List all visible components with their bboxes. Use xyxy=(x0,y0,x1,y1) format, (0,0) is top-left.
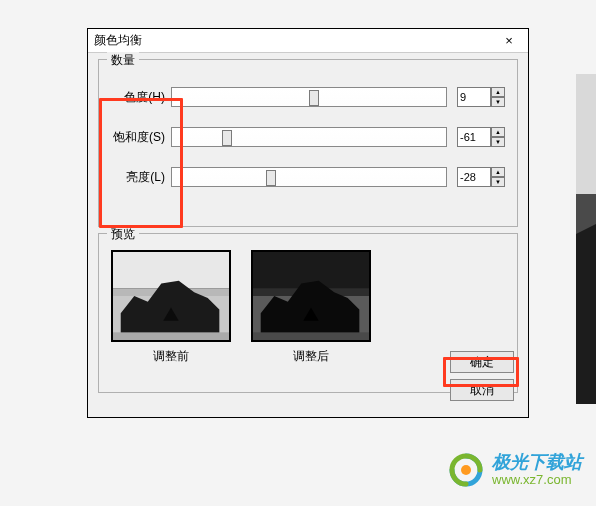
saturation-slider-thumb[interactable] xyxy=(222,130,232,146)
svg-rect-7 xyxy=(253,332,369,340)
row-hue: 色度(H) ▲ ▼ xyxy=(107,80,509,114)
cancel-button[interactable]: 取消 xyxy=(450,379,514,401)
saturation-slider[interactable] xyxy=(171,127,447,147)
saturation-label: 饱和度(S) xyxy=(107,129,171,146)
titlebar: 颜色均衡 × xyxy=(88,29,528,53)
quantity-group: 数量 色度(H) ▲ ▼ 饱和度(S) xyxy=(98,59,518,227)
brand-name: 极光下载站 xyxy=(492,453,582,473)
ok-button[interactable]: 确定 xyxy=(450,351,514,373)
lightness-spinbox: ▲ ▼ xyxy=(457,167,509,187)
quantity-group-label: 数量 xyxy=(107,52,139,69)
preview-after-image xyxy=(251,250,371,342)
hue-slider[interactable] xyxy=(171,87,447,107)
saturation-spin-up-icon[interactable]: ▲ xyxy=(491,127,505,137)
svg-rect-3 xyxy=(113,332,229,340)
saturation-input[interactable] xyxy=(457,127,491,147)
hue-spin-down-icon[interactable]: ▼ xyxy=(491,97,505,107)
preview-before-label: 调整前 xyxy=(153,348,189,365)
brand-logo-icon xyxy=(448,452,484,488)
close-icon[interactable]: × xyxy=(496,32,522,50)
lightness-label: 亮度(L) xyxy=(107,169,171,186)
row-saturation: 饱和度(S) ▲ ▼ xyxy=(107,120,509,154)
preview-group-label: 预览 xyxy=(107,226,139,243)
background-image-strip xyxy=(576,74,596,404)
preview-after-label: 调整后 xyxy=(293,348,329,365)
saturation-spinbox: ▲ ▼ xyxy=(457,127,509,147)
hue-spin-up-icon[interactable]: ▲ xyxy=(491,87,505,97)
saturation-spin-down-icon[interactable]: ▼ xyxy=(491,137,505,147)
hue-spinbox: ▲ ▼ xyxy=(457,87,509,107)
brand-url: www.xz7.com xyxy=(492,473,582,487)
color-balance-dialog: 颜色均衡 × 数量 色度(H) ▲ ▼ 饱和度(S) xyxy=(87,28,529,418)
svg-point-10 xyxy=(461,465,471,475)
lightness-spin-down-icon[interactable]: ▼ xyxy=(491,177,505,187)
hue-slider-thumb[interactable] xyxy=(309,90,319,106)
lightness-input[interactable] xyxy=(457,167,491,187)
lightness-slider-thumb[interactable] xyxy=(266,170,276,186)
preview-after-col: 调整后 xyxy=(251,250,371,384)
svg-rect-8 xyxy=(576,74,596,194)
preview-before-image xyxy=(111,250,231,342)
hue-label: 色度(H) xyxy=(107,89,171,106)
dialog-title: 颜色均衡 xyxy=(94,32,496,49)
lightness-spin-up-icon[interactable]: ▲ xyxy=(491,167,505,177)
preview-before-col: 调整前 xyxy=(111,250,231,384)
hue-input[interactable] xyxy=(457,87,491,107)
dialog-buttons: 确定 取消 xyxy=(450,351,514,401)
brand-watermark: 极光下载站 www.xz7.com xyxy=(448,452,582,488)
row-lightness: 亮度(L) ▲ ▼ xyxy=(107,160,509,194)
lightness-slider[interactable] xyxy=(171,167,447,187)
